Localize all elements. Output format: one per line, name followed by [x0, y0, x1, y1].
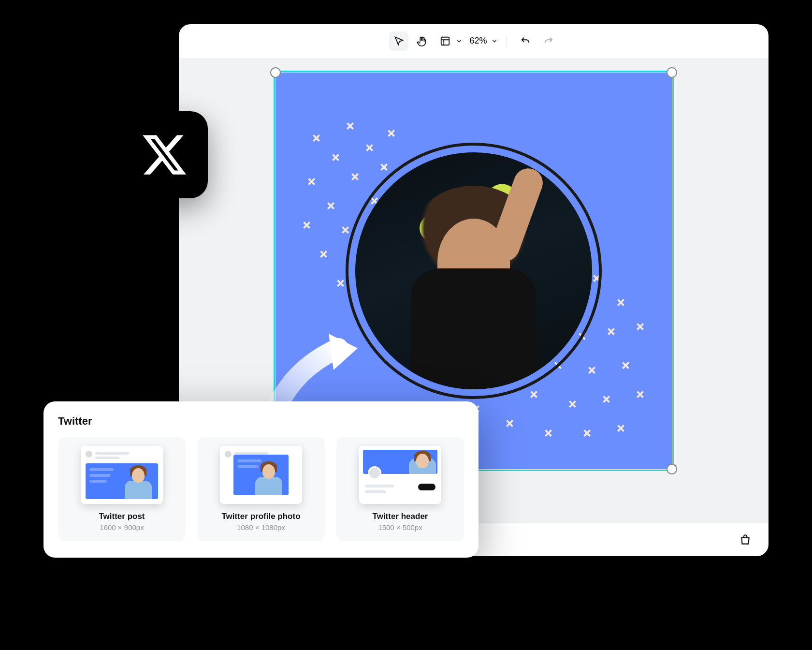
template-thumb — [359, 446, 441, 504]
pattern-cross: + — [611, 418, 631, 438]
pattern-cross: + — [577, 423, 597, 443]
layout-tool[interactable] — [435, 31, 455, 51]
pattern-cross: + — [314, 244, 334, 264]
pattern-cross: + — [596, 389, 617, 409]
template-card-post[interactable]: Twitter post 1600 × 900px — [58, 437, 186, 541]
cursor-tool[interactable] — [389, 31, 408, 51]
template-card-profile[interactable]: Twitter profile photo 1080 × 1080px — [197, 437, 325, 541]
template-dims: 1500 × 500px — [378, 523, 422, 532]
template-card-header[interactable]: Twitter header 1500 × 500px — [336, 437, 464, 541]
redo-button[interactable] — [539, 31, 558, 51]
pattern-cross: + — [321, 195, 341, 216]
template-title: Twitter header — [373, 512, 428, 521]
template-title: Twitter post — [99, 512, 145, 521]
pattern-cross: + — [326, 147, 346, 167]
redo-icon — [543, 36, 554, 46]
illustration-torso — [411, 268, 536, 389]
pattern-cross: + — [630, 384, 651, 404]
pattern-cross: + — [611, 292, 631, 312]
template-dims: 1080 × 1080px — [237, 523, 285, 532]
layout-tool-group[interactable] — [435, 31, 463, 51]
zoom-control[interactable]: 62% — [466, 36, 497, 46]
template-title: Twitter profile photo — [221, 512, 300, 521]
pattern-cross: + — [345, 166, 365, 187]
toolbar-divider — [507, 35, 507, 47]
hand-icon — [417, 36, 427, 46]
pattern-cross: + — [381, 123, 402, 143]
pattern-cross: + — [582, 360, 602, 380]
pattern-cross: + — [616, 355, 636, 375]
x-logo-badge — [121, 111, 208, 198]
profile-photo[interactable] — [355, 152, 592, 389]
resize-handle-br[interactable] — [667, 464, 677, 474]
pattern-cross: + — [500, 413, 520, 433]
template-dims: 1600 × 900px — [100, 523, 144, 532]
pattern-cross: + — [360, 137, 380, 158]
svg-rect-0 — [441, 37, 450, 45]
resize-handle-tl[interactable] — [270, 67, 281, 78]
template-thumb — [220, 446, 302, 504]
undo-icon — [520, 36, 531, 46]
cursor-icon — [393, 36, 404, 46]
shopping-button[interactable] — [736, 530, 755, 549]
zoom-value: 62% — [466, 36, 490, 46]
template-thumb — [81, 446, 163, 504]
hand-tool[interactable] — [412, 31, 432, 51]
pattern-cross: + — [538, 423, 559, 443]
pattern-cross: + — [601, 321, 622, 341]
pattern-cross: + — [340, 116, 361, 136]
resize-handle-tr[interactable] — [667, 67, 677, 78]
undo-button[interactable] — [516, 31, 535, 51]
pattern-cross: + — [302, 171, 322, 192]
x-logo-icon — [140, 131, 188, 179]
pattern-cross: + — [563, 394, 583, 414]
pattern-cross: + — [297, 215, 317, 235]
shopping-bag-icon — [739, 533, 752, 546]
chevron-down-icon — [456, 38, 463, 44]
toolbar: 62% — [179, 24, 768, 58]
layout-icon — [440, 36, 450, 46]
pattern-cross: + — [306, 128, 327, 148]
pattern-cross: + — [630, 316, 651, 337]
panel-title: Twitter — [58, 415, 464, 428]
template-panel: Twitter Twitter post 1600 × 900px — [44, 401, 478, 558]
template-row: Twitter post 1600 × 900px Twitter profil… — [58, 437, 464, 541]
chevron-down-icon — [491, 38, 498, 44]
